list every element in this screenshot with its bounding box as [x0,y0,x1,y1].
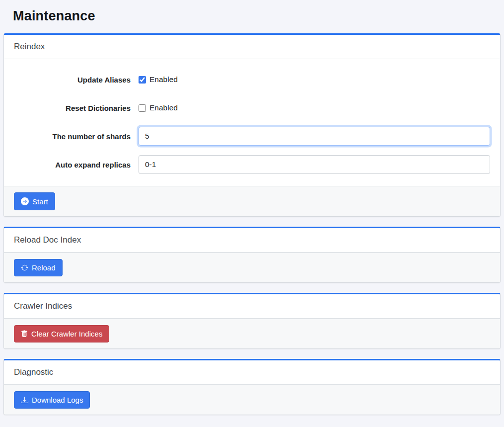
clear-crawler-indices-button[interactable]: Clear Crawler Indices [14,325,109,342]
auto-expand-replicas-label: Auto expand replicas [14,161,131,169]
update-aliases-checkbox-text: Enabled [149,75,178,84]
reset-dictionaries-checkbox-group[interactable]: Enabled [139,103,178,112]
reset-dictionaries-checkbox[interactable] [139,104,146,112]
diagnostic-card: Diagnostic Download Logs [3,359,501,415]
reset-dictionaries-label: Reset Dictionaries [14,104,131,112]
clear-crawler-indices-button-label: Clear Crawler Indices [31,330,102,338]
number-of-shards-row: The number of shards [14,127,490,146]
number-of-shards-input[interactable] [139,127,490,146]
page-title: Maintenance [3,0,501,33]
reload-doc-index-card-title: Reload Doc Index [14,235,81,245]
start-button-label: Start [32,198,48,205]
auto-expand-replicas-input[interactable] [139,155,490,174]
start-button[interactable]: Start [14,192,55,210]
update-aliases-label: Update Aliases [14,76,131,84]
trash-icon [21,330,28,338]
update-aliases-checkbox[interactable] [139,76,146,84]
reload-doc-index-card: Reload Doc Index Reload [3,227,501,283]
reindex-card-body: Update Aliases Enabled Reset Dictionarie… [4,59,500,186]
update-aliases-row: Update Aliases Enabled [14,70,490,89]
update-aliases-checkbox-group[interactable]: Enabled [139,75,178,84]
download-logs-button-label: Download Logs [32,396,83,404]
diagnostic-card-footer: Download Logs [4,385,500,415]
diagnostic-card-header: Diagnostic [4,360,500,385]
download-icon [21,396,28,404]
number-of-shards-label: The number of shards [14,132,131,141]
sync-icon [21,264,28,271]
reset-dictionaries-row: Reset Dictionaries Enabled [14,98,490,117]
reload-button[interactable]: Reload [14,259,63,276]
download-logs-button[interactable]: Download Logs [14,391,90,409]
reindex-card-footer: Start [4,186,500,216]
maintenance-page: Maintenance Reindex Update Aliases Enabl… [0,0,504,427]
reload-button-label: Reload [32,264,56,271]
arrow-right-circle-icon [21,197,29,205]
reload-doc-index-card-header: Reload Doc Index [4,228,500,253]
diagnostic-card-title: Diagnostic [14,367,53,377]
crawler-indices-card: Crawler Indices Clear Crawler Indices [3,293,501,349]
auto-expand-replicas-row: Auto expand replicas [14,155,490,174]
reindex-card-title: Reindex [14,42,45,51]
reindex-card: Reindex Update Aliases Enabled Reset Dic… [3,33,501,217]
reindex-card-header: Reindex [4,35,500,59]
crawler-indices-card-title: Crawler Indices [14,301,72,311]
reload-doc-index-card-footer: Reload [4,253,500,282]
crawler-indices-card-footer: Clear Crawler Indices [4,319,500,348]
crawler-indices-card-header: Crawler Indices [4,294,500,319]
reset-dictionaries-checkbox-text: Enabled [149,103,178,112]
